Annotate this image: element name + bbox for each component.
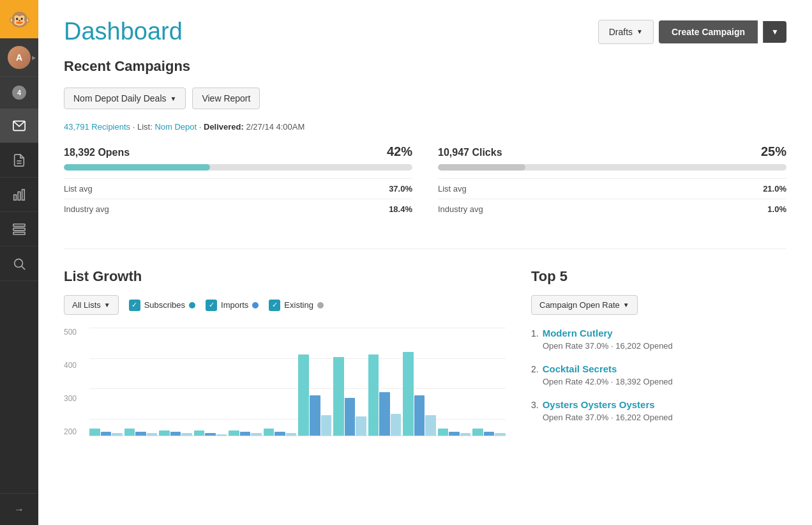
file-icon [12, 153, 26, 167]
opens-industry-avg-val: 18.4% [389, 204, 412, 214]
subscribes-checkmark: ✓ [129, 300, 140, 311]
existing-bar [495, 433, 506, 436]
recent-campaigns-title: Recent Campaigns [64, 58, 786, 75]
top5-item-header: 1. Modern Cutlery [531, 328, 786, 339]
clicks-list-avg-val: 21.0% [763, 184, 786, 194]
imports-bar [379, 392, 390, 436]
list-link[interactable]: Nom Depot [154, 122, 197, 132]
top5-list: 1. Modern Cutlery Open Rate 37.0% · 16,2… [531, 328, 786, 422]
top5-item-name[interactable]: Cocktail Secrets [543, 363, 617, 374]
view-report-button[interactable]: View Report [192, 88, 260, 109]
all-lists-label: All Lists [72, 300, 101, 310]
subscribes-bar [368, 354, 379, 436]
notification-badge-container[interactable]: 4 [0, 77, 38, 109]
subscribes-bar [403, 352, 414, 436]
subscribes-label: Subscribes [144, 300, 185, 310]
bar-group [438, 328, 471, 436]
existing-label: Existing [284, 300, 313, 310]
bottom-panels: List Growth All Lists ▼ ✓ Subscribes ✓ I… [64, 268, 786, 449]
delivered-date: 2/27/14 4:00AM [246, 122, 305, 132]
notification-badge: 4 [12, 86, 26, 100]
clicks-progress-bar [438, 164, 786, 171]
sidebar-item-lists[interactable] [0, 212, 38, 247]
opens-stat: 18,392 Opens 42% List avg 37.0% Industry… [64, 144, 412, 229]
envelope-icon [12, 119, 26, 133]
sidebar-item-templates[interactable] [0, 143, 38, 178]
logo: 🐵 [0, 0, 38, 38]
page-header: Dashboard Drafts ▼ Create Campaign ▼ [64, 0, 786, 58]
imports-bar [170, 432, 181, 436]
campaign-name-label: Nom Depot Daily Deals [73, 93, 167, 103]
recipients-link[interactable]: 43,791 Recipients [64, 122, 130, 132]
clicks-list-avg-label: List avg [438, 184, 467, 194]
clicks-industry-avg-val: 1.0% [767, 204, 786, 214]
imports-checkbox[interactable]: ✓ Imports [206, 300, 259, 311]
campaign-name-button[interactable]: Nom Depot Daily Deals ▼ [64, 88, 186, 109]
chart-y-labels: 500 400 300 200 [64, 328, 89, 436]
top5-item-header: 3. Oysters Oysters Oysters [531, 399, 786, 410]
clicks-industry-avg-label: Industry avg [438, 204, 483, 214]
existing-bar [391, 414, 402, 436]
bar-group [194, 328, 227, 436]
stats-grid: 18,392 Opens 42% List avg 37.0% Industry… [64, 144, 786, 229]
clicks-label: 10,947 Clicks [438, 147, 502, 158]
delivered-label: Delivered: [204, 122, 244, 132]
top5-item-name[interactable]: Modern Cutlery [543, 328, 613, 339]
svg-line-10 [22, 266, 25, 270]
subscribes-checkbox[interactable]: ✓ Subscribes [129, 300, 195, 311]
sidebar-item-campaigns[interactable] [0, 109, 38, 143]
y-label-500: 500 [64, 328, 83, 337]
imports-bar [345, 398, 356, 436]
svg-rect-4 [18, 192, 20, 200]
create-campaign-dropdown-button[interactable]: ▼ [763, 21, 786, 43]
sidebar-collapse-button[interactable]: → [0, 493, 38, 525]
all-lists-filter[interactable]: All Lists ▼ [64, 295, 119, 315]
subscribes-bar [89, 429, 100, 436]
top5-filter-chevron-icon: ▼ [623, 301, 629, 308]
top5-item-number: 3. [531, 400, 539, 410]
list-growth-panel: List Growth All Lists ▼ ✓ Subscribes ✓ I… [64, 268, 506, 449]
y-label-200: 200 [64, 427, 83, 436]
svg-rect-8 [13, 232, 25, 234]
imports-label: Imports [221, 300, 248, 310]
bar-group [89, 328, 123, 436]
user-avatar[interactable]: A ▶ [0, 38, 38, 77]
existing-checkbox[interactable]: ✓ Existing [269, 300, 324, 311]
svg-rect-7 [13, 228, 25, 231]
bar-chart-icon [12, 188, 26, 202]
drafts-button[interactable]: Drafts ▼ [598, 20, 654, 44]
sidebar: 🐵 A ▶ 4 [0, 0, 38, 525]
existing-dot [317, 302, 324, 308]
bar-group [333, 328, 366, 436]
create-campaign-button[interactable]: Create Campaign [659, 20, 758, 43]
svg-rect-3 [14, 195, 17, 200]
bar-group [229, 328, 262, 436]
top5-item-header: 2. Cocktail Secrets [531, 363, 786, 374]
sidebar-item-reports[interactable] [0, 178, 38, 212]
existing-bar [321, 415, 332, 436]
opens-label: 18,392 Opens [64, 147, 130, 158]
clicks-list-avg-row: List avg 21.0% [438, 178, 786, 199]
top5-item: 1. Modern Cutlery Open Rate 37.0% · 16,2… [531, 328, 786, 351]
subscribes-bar [333, 357, 344, 436]
list-growth-chart: 500 400 300 200 [64, 328, 506, 449]
opens-progress-fill [64, 164, 210, 171]
opens-list-avg-val: 37.0% [389, 184, 412, 194]
clicks-stat: 10,947 Clicks 25% List avg 21.0% Industr… [438, 144, 786, 229]
arrow-right-icon: → [14, 504, 24, 515]
imports-bar [274, 432, 285, 436]
subscribes-bar [472, 429, 483, 436]
imports-bar [205, 433, 216, 436]
sidebar-item-search[interactable] [0, 247, 38, 281]
svg-rect-6 [13, 224, 25, 226]
top5-panel: Top 5 Campaign Open Rate ▼ 1. Modern Cut… [531, 268, 786, 449]
bar-group [298, 328, 331, 436]
clicks-progress-fill [438, 164, 525, 171]
subscribes-bar [194, 430, 205, 436]
create-campaign-arrow-icon: ▼ [771, 27, 779, 36]
top5-item-name[interactable]: Oysters Oysters Oysters [543, 399, 655, 410]
top5-item-meta: Open Rate 42.0% · 18,392 Opened [543, 377, 786, 386]
existing-bar [216, 434, 227, 436]
top5-filter-button[interactable]: Campaign Open Rate ▼ [531, 295, 638, 315]
subscribes-bar [159, 430, 170, 436]
